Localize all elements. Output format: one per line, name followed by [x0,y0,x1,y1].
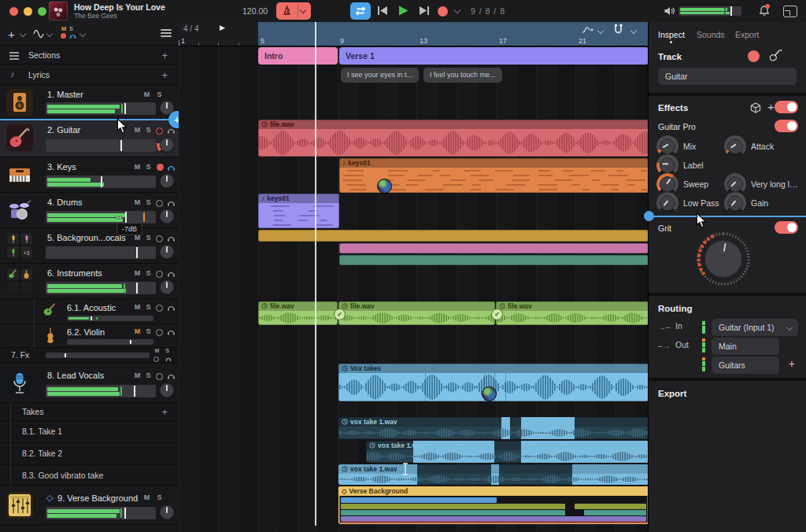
mute-button[interactable]: M [132,269,142,277]
add-track-button[interactable]: + [8,28,15,40]
knob-sweep[interactable] [660,176,675,192]
solo-button[interactable]: S [143,269,153,277]
snap-magnet-icon[interactable] [613,24,623,35]
headphone-icon[interactable] [165,356,172,362]
lyrics-row[interactable]: ♪ Lyrics + [0,65,179,85]
volume-fader[interactable] [136,283,138,294]
record-button[interactable] [438,6,448,17]
mute-button[interactable]: M [132,163,142,171]
region-vox-take-b[interactable]: vox take 1.wav [366,441,649,463]
solo-button[interactable]: S [154,493,165,501]
region-acoustic-3[interactable]: file.wav [496,301,649,325]
volume-fader[interactable] [124,508,126,519]
playhead-marker-icon[interactable]: ▶ [220,24,225,31]
level-meter[interactable] [46,282,156,294]
output-field[interactable]: Main [712,338,779,355]
mute-button[interactable]: M [132,303,142,311]
record-enable-icon[interactable] [156,373,163,380]
region-keys-midi-2[interactable]: ♪ keys01 [258,194,339,228]
record-chevron-down-icon[interactable] [454,7,460,13]
display-icon[interactable] [783,6,797,17]
level-meter[interactable] [67,339,153,345]
add-lyric-button[interactable]: + [161,70,168,80]
record-enable-icon[interactable] [156,329,163,336]
knob-attack[interactable] [727,139,743,154]
track-color-swatch[interactable] [748,50,760,62]
solo-mini-label[interactable]: S [69,25,73,32]
automation-wave-icon[interactable] [33,29,44,39]
tab-inspect[interactable]: Inspect [658,30,685,39]
solo-button[interactable]: S [143,371,153,379]
region-vox-take-a[interactable]: vox take 1.wav [338,417,649,439]
master-level-meter[interactable] [678,6,741,16]
knob-low-pass[interactable] [660,195,675,211]
volume-fader[interactable] [101,176,102,187]
record-enable-icon[interactable] [156,200,163,207]
metronome-chevron-down-icon[interactable] [300,7,306,13]
level-meter[interactable] [46,507,156,519]
level-meter[interactable] [46,211,156,224]
metronome-button[interactable] [276,2,311,20]
minimize-window-button[interactable] [24,7,32,16]
solo-button[interactable]: S [143,234,153,242]
level-meter[interactable] [46,385,156,397]
mute-button[interactable]: M [132,126,142,134]
automation-chevron-down-icon[interactable] [46,31,53,37]
level-meter[interactable] [67,316,153,321]
mute-button[interactable]: M [142,493,152,501]
volume-fader[interactable] [136,247,138,258]
record-enable-icon[interactable] [156,235,163,242]
headphone-icon[interactable] [167,371,176,380]
solo-button[interactable]: S [143,126,153,134]
timeline-ruler[interactable]: 4 / 4 ▶ 1 5 9 13 17 21 [179,22,649,46]
tab-export[interactable]: Export [735,30,759,39]
send-field[interactable]: Guitars [712,357,779,374]
region-vox-take-c[interactable]: vox take 1.wav [338,464,649,485]
add-effect-button[interactable]: + [767,100,775,113]
track-row-drums[interactable]: 4. Drums M S ↔ [0,193,179,228]
track-row-background-vocals[interactable]: +3 5. Backgroun...ocals M S [0,228,179,264]
track-row-acoustic[interactable]: 6.1. Acoustic M S [0,299,179,324]
zoom-window-button[interactable] [38,7,46,16]
add-section-button[interactable]: + [161,50,168,61]
headphone-icon[interactable] [167,327,176,336]
pan-knob[interactable] [160,280,174,294]
knob-mix[interactable] [660,139,675,154]
record-enable-icon[interactable] [157,164,164,171]
go-to-end-button[interactable] [418,5,431,17]
volume-fader[interactable] [91,316,92,320]
automation-curve-icon[interactable] [582,25,593,35]
volume-fader[interactable] [120,140,122,151]
comp-check-icon[interactable]: ✓ [334,308,346,320]
volume-fader[interactable] [125,212,127,223]
headphone-icon[interactable] [167,303,176,312]
record-enable-icon[interactable] [156,271,163,278]
region-bgvocal-2[interactable] [339,243,649,253]
go-to-beginning-button[interactable] [376,5,389,17]
section-intro[interactable]: Intro [258,47,338,65]
headphone-icon[interactable] [69,32,76,39]
tab-sounds[interactable]: Sounds [697,30,725,39]
volume-fader[interactable] [124,103,126,114]
timeline-area[interactable]: 4 / 4 ▶ 1 5 9 13 17 21 Intro Verse 1 I s… [179,22,649,532]
take-row-3[interactable]: 8.3. Good vibrato take [0,465,179,486]
add-take-button[interactable]: + [161,407,168,417]
effects-toggle[interactable] [775,101,798,113]
mute-button[interactable]: M [132,327,142,335]
track-guitar-icon[interactable] [768,49,782,63]
menu-icon[interactable] [161,29,172,31]
lyric-chip[interactable]: I feel you touch me... [423,68,502,83]
pan-knob[interactable] [160,138,174,152]
track-row-master[interactable]: 1. Master M S [0,85,179,120]
position-counter[interactable]: 9 / 8 / 8 [471,6,526,16]
track-row-lead-vocals[interactable]: 8. Lead Vocals M S [0,364,179,403]
monitor-chevron-down-icon[interactable] [79,31,86,37]
takes-header-row[interactable]: Takes + [0,403,179,421]
level-meter[interactable] [46,139,156,152]
grit-toggle[interactable] [775,221,798,234]
close-window-button[interactable] [9,7,18,16]
mute-button[interactable]: M [132,198,142,206]
comp-check-icon[interactable]: ✓ [491,308,503,320]
pan-knob[interactable] [160,505,174,519]
pan-knob[interactable] [160,245,174,259]
